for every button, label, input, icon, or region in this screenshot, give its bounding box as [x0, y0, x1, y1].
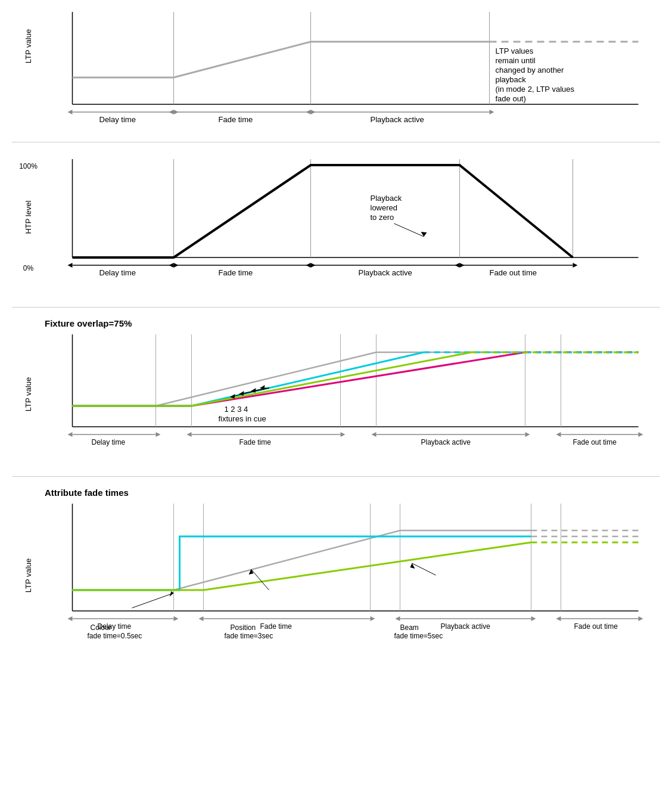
chart3-svg: 1 2 3 4 fixtures in cue Delay time Fade … — [45, 328, 660, 460]
svg-marker-16 — [169, 110, 174, 114]
svg-text:to zero: to zero — [371, 213, 394, 222]
chart1-y-label: LTP value — [24, 29, 33, 63]
svg-marker-38 — [169, 263, 174, 268]
chart1-section: LTP value LTP values rema — [12, 6, 660, 125]
chart3-fixture-numbers: 1 2 3 4 — [225, 405, 248, 414]
chart2-svg: Playback lowered to zero Delay time — [45, 153, 660, 290]
svg-marker-108 — [174, 616, 179, 621]
svg-marker-34 — [68, 263, 73, 268]
svg-marker-115 — [396, 616, 400, 621]
svg-marker-116 — [531, 616, 536, 621]
svg-text:Fade time: Fade time — [219, 115, 253, 124]
chart2-section: 100% HTP level 0% Playback — [12, 153, 660, 290]
svg-text:Fade time: Fade time — [260, 622, 293, 631]
chart2-y-label-top: 100% — [19, 162, 38, 170]
svg-text:lowered: lowered — [371, 203, 398, 212]
chart2-y-label-bottom: 0% — [23, 264, 33, 272]
svg-line-31 — [394, 224, 424, 237]
svg-text:remain until: remain until — [496, 56, 536, 65]
svg-marker-47 — [573, 263, 578, 268]
svg-text:changed by another: changed by another — [496, 66, 565, 75]
svg-text:Fade out time: Fade out time — [490, 268, 537, 277]
chart4-svg: Colour fade time=0.5sec Position fade ti… — [45, 498, 660, 653]
svg-text:fade out): fade out) — [496, 94, 526, 103]
svg-text:Playback active: Playback active — [371, 115, 424, 124]
beam-annotation: Beam — [400, 623, 419, 632]
svg-text:Playback active: Playback active — [421, 438, 471, 446]
svg-marker-84 — [639, 432, 643, 437]
divider3 — [12, 476, 660, 477]
svg-marker-112 — [371, 616, 375, 621]
svg-line-97 — [132, 593, 174, 608]
svg-text:(in mode 2, LTP values: (in mode 2, LTP values — [496, 85, 575, 94]
svg-line-100 — [251, 569, 269, 590]
svg-text:fade time=5sec: fade time=5sec — [394, 632, 443, 640]
svg-marker-20 — [306, 110, 311, 114]
svg-marker-76 — [341, 432, 346, 437]
chart2-y-label-axis: HTP level — [24, 200, 33, 234]
main-container: LTP value LTP values rema — [0, 0, 672, 665]
svg-text:Playback active: Playback active — [441, 622, 491, 631]
divider2 — [12, 307, 660, 308]
chart4-y-label: LTP value — [24, 558, 33, 592]
svg-marker-119 — [556, 616, 561, 621]
chart4-section: Attribute fade times LTP value — [12, 488, 660, 653]
svg-text:Delay time: Delay time — [99, 115, 136, 124]
svg-text:Delay time: Delay time — [99, 268, 136, 277]
chart3-y-label: LTP value — [24, 377, 33, 411]
chart3-title: Fixture overlap=75% — [45, 318, 132, 328]
svg-text:fade time=3sec: fade time=3sec — [225, 632, 273, 640]
svg-text:Fade time: Fade time — [219, 268, 253, 277]
chart4-title: Attribute fade times — [45, 488, 129, 498]
svg-marker-98 — [170, 591, 174, 597]
chart1-annotation: LTP values — [496, 46, 534, 55]
position-annotation: Position — [231, 623, 256, 632]
svg-marker-12 — [68, 110, 73, 114]
svg-marker-71 — [68, 432, 73, 437]
svg-text:Fade out time: Fade out time — [574, 622, 618, 631]
svg-marker-80 — [525, 432, 530, 437]
svg-marker-72 — [156, 432, 161, 437]
svg-marker-42 — [306, 263, 311, 268]
svg-marker-107 — [68, 616, 73, 621]
chart2-annotation: Playback — [371, 194, 402, 203]
svg-marker-75 — [187, 432, 192, 437]
svg-marker-21 — [490, 110, 494, 114]
svg-text:fixtures in cue: fixtures in cue — [219, 414, 266, 423]
chart1-svg: LTP values remain until changed by anoth… — [45, 6, 660, 125]
svg-text:playback: playback — [496, 75, 527, 84]
svg-marker-120 — [639, 616, 643, 621]
svg-marker-79 — [372, 432, 377, 437]
svg-text:Fade out time: Fade out time — [573, 438, 617, 446]
svg-marker-83 — [556, 432, 561, 437]
svg-marker-46 — [455, 263, 460, 268]
svg-text:Delay time: Delay time — [92, 438, 126, 446]
svg-text:Fade time: Fade time — [239, 438, 272, 446]
svg-text:fade time=0.5sec: fade time=0.5sec — [88, 632, 142, 640]
chart3-section: Fixture overlap=75% LTP value — [12, 318, 660, 460]
svg-marker-111 — [199, 616, 204, 621]
divider1 — [12, 142, 660, 142]
svg-text:Playback active: Playback active — [359, 268, 412, 277]
svg-text:Delay time: Delay time — [98, 622, 132, 631]
svg-line-103 — [412, 563, 436, 575]
